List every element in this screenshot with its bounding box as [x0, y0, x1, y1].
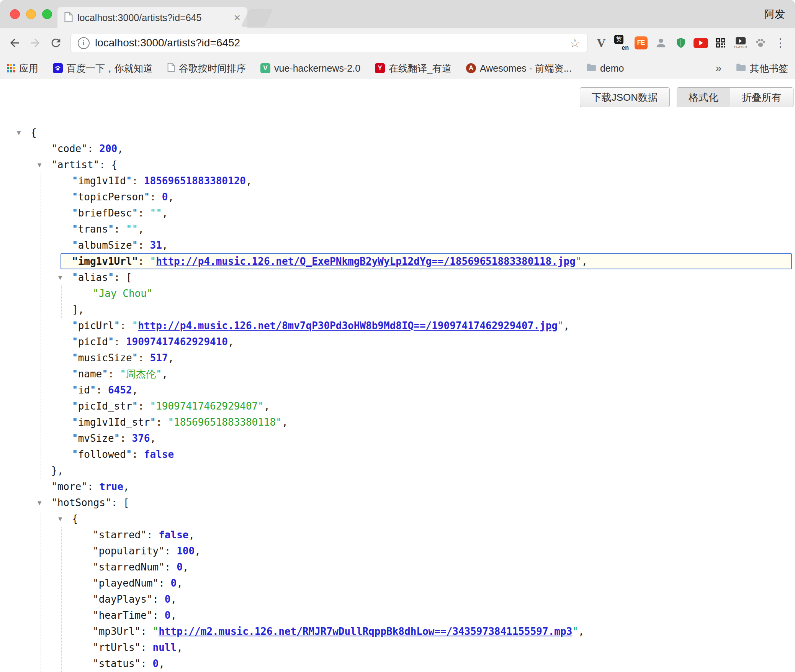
- forward-button[interactable]: [27, 34, 44, 51]
- browser-tab[interactable]: localhost:3000/artists?id=645 ×: [57, 7, 247, 28]
- profile-name[interactable]: 阿发: [764, 7, 785, 21]
- json-line: "rtUrls": null,: [0, 639, 795, 656]
- collapse-all-button[interactable]: 折叠所有: [730, 88, 793, 107]
- tab-title: localhost:3000/artists?id=645: [77, 12, 229, 23]
- bookmark-baidu[interactable]: 百度一下，你就知道: [53, 62, 153, 75]
- json-token: "": [126, 223, 138, 235]
- json-token: ,: [177, 642, 183, 653]
- json-token: :: [120, 320, 132, 331]
- close-tab-icon[interactable]: ×: [234, 12, 240, 23]
- json-url-link[interactable]: http://m2.music.126.net/RMJR7wDullRqppBk…: [159, 626, 572, 637]
- json-token: 19097417462929410: [126, 336, 228, 347]
- json-token: "playedNum": [93, 577, 159, 589]
- json-line: "topicPerson": 0,: [0, 189, 795, 205]
- youtube-extension-icon[interactable]: [692, 34, 709, 52]
- collapse-toggle-icon[interactable]: ▼: [38, 495, 41, 511]
- json-line: "popularity": 100,: [0, 543, 795, 559]
- json-token: 0: [165, 610, 171, 621]
- json-line: "briefDesc": "",: [0, 205, 795, 221]
- bookmark-apps[interactable]: 应用: [7, 62, 38, 75]
- qr-code-extension-icon[interactable]: [712, 34, 729, 52]
- close-window-button[interactable]: [10, 9, 20, 19]
- json-token: 18569651883380120: [144, 175, 246, 187]
- json-line: ▼{: [0, 511, 795, 527]
- reload-button[interactable]: [47, 34, 64, 51]
- json-token: "hearTime": [93, 610, 153, 621]
- page-icon: [167, 63, 175, 74]
- bookmark-google-sort[interactable]: 谷歌按时间排序: [167, 62, 246, 75]
- bookmark-vue-hackernews[interactable]: V vue-hackernews-2.0: [260, 63, 360, 74]
- bookmark-demo-folder[interactable]: demo: [586, 63, 624, 74]
- vimium-extension-icon[interactable]: V: [593, 34, 610, 52]
- json-token: {: [72, 513, 78, 524]
- translate-extension-icon[interactable]: 英 en: [613, 34, 630, 52]
- json-token: "code": [51, 143, 87, 154]
- url-text[interactable]: localhost:3000/artists?id=6452: [95, 37, 565, 49]
- json-token: :: [138, 352, 150, 364]
- json-line: "name": "周杰伦",: [0, 366, 795, 382]
- json-token: ,: [564, 320, 570, 331]
- json-token: :: [138, 256, 150, 267]
- json-token: "img1v1Id_str": [72, 416, 156, 428]
- json-token: ": [153, 626, 159, 637]
- zoom-window-button[interactable]: [42, 9, 52, 19]
- info-icon[interactable]: i: [78, 37, 90, 49]
- json-line: "starred": false,: [0, 527, 795, 543]
- json-token: ,: [132, 384, 138, 396]
- bookmark-awesomes[interactable]: A Awesomes - 前端资...: [466, 62, 572, 75]
- bookmark-youdao-translate[interactable]: Y 在线翻译_有道: [375, 62, 451, 75]
- json-token: :: [150, 191, 162, 203]
- json-token: ,: [162, 207, 168, 219]
- page-icon: [64, 12, 73, 24]
- youdao-icon: Y: [375, 63, 385, 73]
- profile-person-icon[interactable]: [653, 34, 669, 52]
- address-bar[interactable]: i localhost:3000/artists?id=6452 ☆: [70, 34, 587, 52]
- json-token: "trans": [72, 223, 114, 235]
- json-url-link[interactable]: http://p4.music.126.net/8mv7qP30Pd3oHW8b…: [138, 320, 558, 331]
- json-token: "mvSize": [72, 433, 120, 444]
- bookmarks-overflow-chevron[interactable]: »: [715, 62, 721, 74]
- json-token: "alias": [72, 272, 114, 283]
- json-token: ": [132, 320, 138, 331]
- json-token: :: [114, 223, 126, 235]
- apps-grid-icon: [7, 64, 15, 72]
- json-token: ,: [150, 433, 156, 444]
- json-token: :: [87, 481, 99, 492]
- json-token: :: [165, 545, 177, 557]
- minimize-window-button[interactable]: [26, 9, 36, 19]
- json-token: ,: [282, 416, 288, 428]
- json-token: ,: [246, 175, 252, 187]
- paw-extension-icon[interactable]: [752, 34, 769, 52]
- json-line: ▼"artist": {: [0, 157, 795, 173]
- browser-menu-icon[interactable]: ⋮: [772, 34, 789, 52]
- json-token: :: [120, 433, 132, 444]
- json-token: ,: [162, 368, 168, 380]
- json-token: "picId": [72, 336, 114, 347]
- json-token: ": [576, 256, 582, 267]
- json-line: "id": 6452,: [0, 382, 795, 398]
- format-button[interactable]: 格式化: [677, 88, 730, 107]
- collapse-toggle-icon[interactable]: ▼: [17, 125, 21, 141]
- json-line: ▼"hotSongs": [: [0, 495, 795, 511]
- json-line: "dayPlays": 0,: [0, 591, 795, 607]
- bookmark-star-icon[interactable]: ☆: [569, 36, 580, 50]
- collapse-toggle-icon[interactable]: ▼: [58, 269, 62, 285]
- json-token: "": [150, 207, 162, 219]
- json-line: "img1v1Id_str": "18569651883380118",: [0, 414, 795, 430]
- json-line: "code": 200,: [0, 141, 795, 157]
- collapse-toggle-icon[interactable]: ▼: [38, 157, 41, 173]
- json-token: "status": [93, 658, 141, 669]
- download-json-button[interactable]: 下载JSON数据: [580, 87, 670, 107]
- back-button[interactable]: [6, 34, 23, 51]
- fehelper-extension-icon[interactable]: FE: [633, 34, 649, 52]
- json-url-link[interactable]: http://p4.music.126.net/Q_ExePNkmgB2yWyL…: [156, 256, 576, 267]
- json-token: ,: [123, 481, 129, 492]
- player-extension-icon[interactable]: PLAYER: [732, 34, 749, 52]
- json-token: : {: [99, 159, 117, 170]
- other-bookmarks-folder[interactable]: 其他书签: [736, 62, 788, 75]
- json-line: ▼"alias": [: [0, 269, 795, 285]
- adblock-shield-icon[interactable]: [672, 34, 689, 52]
- collapse-toggle-icon[interactable]: ▼: [58, 511, 62, 527]
- json-line: ],: [0, 302, 795, 318]
- json-line: "more": true,: [0, 479, 795, 495]
